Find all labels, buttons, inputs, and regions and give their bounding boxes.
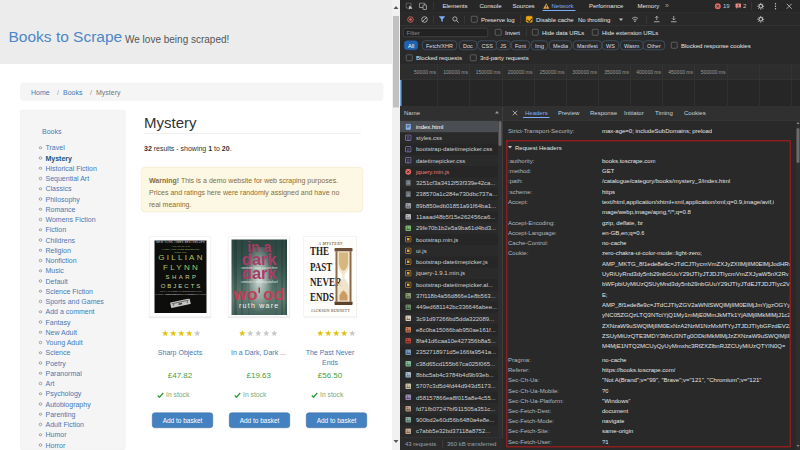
svg-text:{}: {} [407, 136, 410, 140]
svg-text:A: A [407, 180, 410, 185]
svg-text:{}: {} [407, 159, 410, 163]
svg-text:{}: {} [407, 147, 410, 151]
svg-text:A: A [407, 192, 410, 197]
